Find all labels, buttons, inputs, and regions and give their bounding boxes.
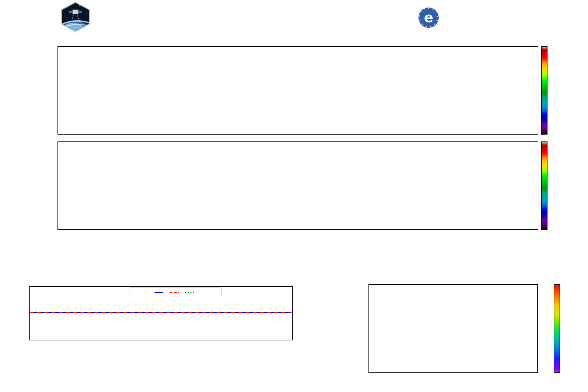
- dipole-colorbar-a: [541, 46, 547, 135]
- spectrogram-b-canvas: [58, 142, 538, 229]
- roll-line-swatch: [185, 292, 194, 293]
- esa-disc-e: e: [424, 9, 433, 25]
- legend-item-roll: [185, 292, 196, 293]
- dipole-colorbar-b: [541, 141, 547, 230]
- roll-line: [30, 313, 292, 313]
- pitch-line-swatch: [170, 292, 179, 293]
- ground-track-map-panel: [368, 284, 538, 373]
- attitude-legend: [129, 287, 222, 297]
- ground-track-map-canvas: [369, 285, 537, 372]
- yaw-line-swatch: [155, 292, 163, 293]
- cassiope-mission-patch-logo: [60, 1, 91, 32]
- esa-logo: e: [417, 4, 483, 31]
- spectrogram-a-panel: [57, 46, 538, 135]
- quicklook-figure: e: [0, 0, 588, 392]
- altitude-colorbar: [554, 284, 560, 373]
- spectrogram-a-canvas: [58, 47, 538, 134]
- spectrogram-b-panel: [57, 141, 538, 230]
- legend-item-pitch: [170, 292, 181, 293]
- legend-item-yaw: [155, 292, 166, 293]
